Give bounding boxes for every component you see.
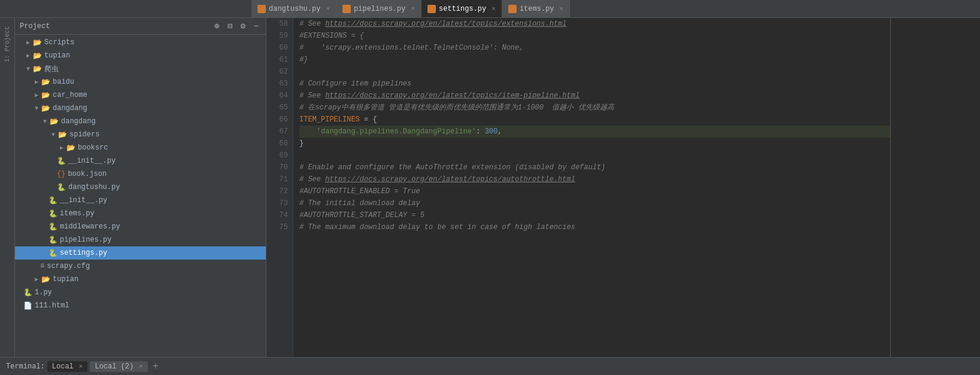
tree-item-label: 1.py (35, 288, 52, 297)
py-icon: 🐍 (48, 249, 57, 258)
comment-span: # See https://docs.scrapy.org/en/latest/… (299, 92, 579, 100)
tab-pipelines[interactable]: pipelines.py× (336, 0, 421, 17)
minimize-icon[interactable]: − (251, 22, 261, 31)
folder-icon: 📂 (58, 130, 67, 139)
tree-arrow[interactable]: ▶ (32, 78, 41, 86)
comment-span: #AUTOTHROTTLE_START_DELAY = 5 (299, 211, 424, 219)
tree-item[interactable]: ▶📂baidu (15, 75, 266, 89)
collapse-icon[interactable]: ⊟ (225, 22, 235, 31)
tree-item[interactable]: 🐍settings.py (15, 246, 266, 260)
line-number: 62 (266, 66, 293, 78)
tree-arrow[interactable]: ▶ (23, 52, 33, 59)
tree-item-label: dangtushu.py (68, 183, 120, 191)
items-tab-icon (508, 5, 517, 13)
folder-icon: 📂 (33, 65, 42, 74)
line-number: 74 (266, 209, 293, 221)
terminal-tab-close[interactable]: × (139, 363, 143, 370)
tree-item[interactable]: ▶📂booksrc (15, 141, 266, 154)
line-number: 73 (266, 197, 293, 209)
tree-item[interactable]: 🐍1.py (15, 286, 266, 299)
tree-arrow[interactable]: ▼ (23, 66, 33, 72)
tree-item[interactable]: 🐍items.py (15, 207, 266, 220)
tab-label-items: items.py (520, 5, 554, 13)
terminal-tab-local[interactable]: Local× (47, 361, 88, 372)
tree-item-label: 爬虫 (44, 64, 59, 74)
tree-item[interactable]: ▶📂tupian (15, 273, 266, 286)
html-icon: 📄 (23, 301, 32, 310)
json-icon: {} (57, 170, 65, 178)
comment-span: # See https://docs.scrapy.org/en/latest/… (299, 20, 566, 28)
add-icon[interactable]: ⊕ (212, 22, 222, 31)
terminal-label: Terminal: (6, 362, 45, 371)
tree-item[interactable]: ▼📂dangdang (15, 102, 266, 115)
tree-item-label: Scripts (44, 38, 74, 47)
tree-item-label: dangdang (61, 117, 96, 126)
string-span: 'dangdang.pipelines.DangdangPipeline' (317, 127, 476, 136)
tab-close-settings[interactable]: × (491, 5, 496, 13)
tree-item-label: __init__.py (60, 196, 107, 205)
tree-arrow[interactable]: ▶ (57, 144, 66, 151)
line-number: 72 (266, 185, 293, 197)
terminal-add-button[interactable]: + (150, 361, 161, 372)
line-numbers: 585960616263646566676869707172737475 (266, 18, 293, 357)
left-stripe: 1: Project (0, 18, 15, 357)
code-line: # See https://docs.scrapy.org/en/latest/… (299, 90, 890, 102)
tree-item[interactable]: ▶📂car_home (15, 89, 266, 102)
tree-arrow[interactable]: ▼ (40, 118, 50, 125)
var-span: = { (360, 115, 377, 124)
tree-item-label: car_home (53, 91, 87, 99)
code-content[interactable]: # See https://docs.scrapy.org/en/latest/… (293, 18, 890, 357)
link-span: https://docs.scrapy.org/en/latest/topics… (325, 20, 566, 28)
tree-item[interactable]: 🐍pipelines.py (15, 233, 266, 246)
line-number: 61 (266, 54, 293, 66)
tree-arrow[interactable]: ▶ (32, 92, 41, 99)
tree-item-label: tupian (44, 51, 70, 60)
tree-item[interactable]: 🐍__init__.py (15, 154, 266, 167)
tab-settings[interactable]: settings.py× (421, 0, 502, 17)
tree-item[interactable]: 🐍dangtushu.py (15, 181, 266, 194)
tree-item[interactable]: ▼📂dangdang (15, 115, 266, 128)
tab-close-pipelines[interactable]: × (411, 5, 415, 13)
tree-item[interactable]: ▼📂spiders (15, 128, 266, 141)
line-number: 75 (266, 221, 293, 233)
code-line: # Enable and configure the AutoThrottle … (299, 161, 890, 173)
tree-item[interactable]: {}book.json (15, 167, 266, 181)
tree-item[interactable]: 🐍middlewares.py (15, 220, 266, 233)
tree-item[interactable]: ≡scrapy.cfg (15, 260, 266, 273)
comment-span: #AUTOTHROTTLE_ENABLED = True (299, 187, 420, 196)
folder-icon: 📂 (33, 38, 42, 47)
tree-item-label: __init__.py (68, 157, 116, 165)
tab-items[interactable]: items.py× (502, 0, 570, 17)
code-line: 'dangdang.pipelines.DangdangPipeline': 3… (299, 126, 890, 138)
code-line: # See https://docs.scrapy.org/en/latest/… (299, 18, 890, 30)
py-icon: 🐍 (48, 222, 57, 231)
tree-arrow[interactable]: ▼ (32, 105, 41, 112)
settings-icon[interactable]: ⚙ (238, 22, 248, 31)
comment-span: #EXTENSIONS = { (299, 32, 364, 40)
tab-close-items[interactable]: × (560, 5, 564, 13)
tab-dangtushu[interactable]: dangtushu.py× (251, 0, 336, 17)
py-icon: 🐍 (48, 236, 57, 245)
sidebar-tree: ▶📂Scripts▶📂tupian▼📂爬虫▶📂baidu▶📂car_home▼📂… (15, 35, 266, 357)
folder-icon: 📂 (41, 78, 50, 87)
var-span: : (476, 127, 484, 136)
code-line: } (299, 138, 890, 150)
terminal-tab-close[interactable]: × (79, 363, 83, 370)
cfg-icon: ≡ (40, 262, 44, 270)
line-number: 63 (266, 78, 293, 90)
tree-arrow[interactable]: ▶ (23, 39, 33, 46)
terminal-tab-local-(2)[interactable]: Local (2)× (90, 361, 147, 372)
tab-close-dangtushu[interactable]: × (326, 5, 330, 13)
tree-item[interactable]: ▼📂爬虫 (15, 62, 266, 75)
code-line: # 'scrapy.extensions.telnet.TelnetConsol… (299, 42, 890, 54)
line-number: 67 (266, 126, 293, 138)
code-editor[interactable]: 585960616263646566676869707172737475 # S… (266, 18, 890, 357)
tree-item[interactable]: ▶📂tupian (15, 49, 266, 62)
tree-arrow[interactable]: ▼ (48, 132, 58, 138)
tree-item[interactable]: ▶📂Scripts (15, 36, 266, 49)
tree-item[interactable]: 📄111.html (15, 299, 266, 312)
link-span: https://docs.scrapy.org/en/latest/topics… (325, 92, 579, 100)
tree-item[interactable]: 🐍__init__.py (15, 194, 266, 207)
tree-arrow[interactable]: ▶ (32, 276, 41, 283)
tree-item-label: tupian (53, 275, 78, 283)
